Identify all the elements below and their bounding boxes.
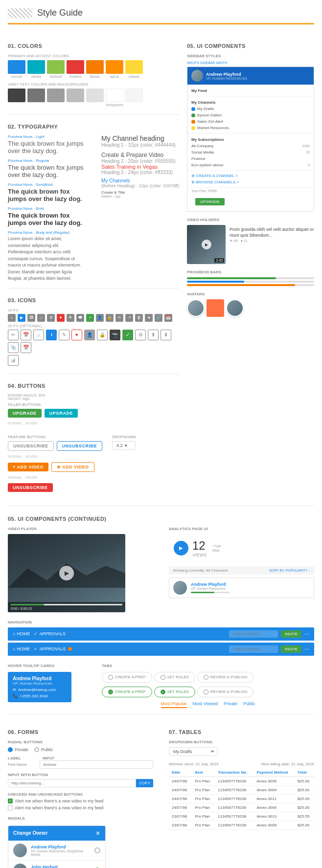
unsubscribe-red-button[interactable]: UNSUBSCRIBE (8, 483, 53, 492)
link-icon: 🔗 (155, 314, 162, 322)
cell-tx-5: 1134567778238 (215, 812, 253, 821)
modal-close-button[interactable]: ✕ (95, 830, 100, 837)
modal-radio-1[interactable] (94, 847, 100, 853)
sidebar-width-label: DROPS SIDEBAR WIDTH (187, 61, 314, 65)
video-progress-bar[interactable] (11, 604, 122, 605)
tooltip-tabs-layout: HOVER TOOLTIP CARDS Andrew Playford VP. … (8, 664, 314, 708)
tab-nav-private[interactable]: Private (224, 701, 237, 708)
checkbox-2[interactable] (8, 805, 13, 810)
radio-public[interactable]: Public (34, 747, 53, 752)
approvals-nav-icon-2: ✓ (34, 646, 38, 651)
video-play-button[interactable]: ▶ (59, 566, 74, 580)
icons-32px-grid: ✏ 📅 ⌕ ℹ ✎ ♥ 👤 🔒 📷 ✓ ⚙ ⬆ ⬇ 📎 📅 (8, 330, 179, 353)
sidebar-my-feed: My Feed (191, 89, 310, 93)
edit-icon: ✏ (115, 314, 123, 322)
search-outline-icon: ⌕ (33, 330, 44, 340)
url-input[interactable] (8, 779, 136, 787)
tab-circle-1 (108, 675, 113, 680)
tab-circle-3 (204, 675, 208, 680)
video-player-demo: ▶ 0:00 / 3:00:15 (8, 534, 125, 612)
add-video-button[interactable]: + ADD VIDEO (8, 463, 48, 471)
forms-section-title: 06. FORMS (8, 729, 153, 735)
normal-state-label2: NORMAL (8, 455, 23, 458)
tab-review-publish-inactive[interactable]: REVIEW & PUBLISH (197, 687, 254, 697)
user-row-demo: Andrew Playford VP, Human Resources (169, 578, 314, 598)
home-icon: ⌂ (8, 314, 16, 322)
radio-private[interactable]: Private (8, 747, 28, 752)
nav-right-section-2: INVITE ··· (229, 645, 309, 653)
play-icon: ▶ (179, 545, 183, 551)
heart-outline-icon: ♥ (71, 330, 82, 340)
add-video-outline-button[interactable]: ⊕ ADD VIDEO (51, 462, 94, 472)
tab-set-rules[interactable]: SET RULES (154, 672, 195, 683)
tab-create-prep[interactable]: CREATE A PREP (102, 672, 152, 683)
upgrade-button-teal[interactable]: UPGRADE (45, 409, 78, 418)
browse-channels-button[interactable]: ⊕ BROWSE CHANNELS > (191, 179, 310, 185)
color-swatch (27, 89, 45, 102)
cell-tx-1: 1134557778238 (215, 777, 253, 785)
dropdown-group: DROPDOWN 4.2 ▾ (112, 435, 136, 458)
tab-label-1: CREATE A PREP (115, 675, 146, 679)
nav-search-input[interactable] (229, 630, 278, 638)
filled-buttons-label: FILLED BUTTONS (8, 402, 78, 407)
list-item: Social Media 22 (191, 149, 310, 156)
tab-nav-most-popular[interactable]: Most Popular (161, 701, 187, 708)
lock-icon: 🔒 (106, 314, 114, 322)
nav-home[interactable]: ⌂ HOME (13, 631, 30, 636)
list-item: Sales Girl Alert (191, 118, 310, 125)
modal-user-2: John Herheit VP, Human Resources, DropSh… (8, 861, 105, 868)
tab-set-rules-active[interactable]: ✓ SET RULES (154, 687, 195, 697)
upgrade-button-green[interactable]: UPGRADE (8, 409, 42, 418)
channel-heading-3-sub: Heading 3 - 24px (color: #ff3333) (101, 170, 179, 175)
tab-review-publish[interactable]: REVIEW & PUBLISH (197, 672, 254, 683)
nav-invite-button[interactable]: INVITE (281, 630, 301, 638)
create-channel-button[interactable]: ⊕ CREATE A CHANNEL > (191, 173, 310, 179)
play-button[interactable]: ▶ (202, 240, 211, 249)
unsubscribe-button-blue[interactable]: UNSUBSCRIBE (57, 441, 103, 451)
dropdown-demo[interactable]: 4.2 ▾ (112, 441, 136, 450)
cell-date-2: 24/07/98 (169, 785, 192, 794)
tooltip-user-role: VP. Human Resources (13, 681, 67, 686)
nav-approvals[interactable]: ✓ APPROVALS (34, 631, 66, 636)
tab-create-prep-active[interactable]: ✓ CREATE A PREP (102, 687, 152, 697)
unsubscribe-button-outline[interactable]: UNSUBSCRIBE (8, 441, 54, 451)
info-icon: ℹ (46, 330, 57, 340)
cell-tx-3: 1134567778238 (215, 794, 253, 803)
nav-more-icon-2[interactable]: ··· (304, 645, 309, 652)
upgrade-sidebar-button[interactable]: UPGRADE (195, 198, 225, 205)
nav-approvals-2[interactable]: ✓ APPROVALS ! (34, 646, 72, 651)
cell-payment-6: Amex-3009 (253, 821, 295, 829)
next-billing-label: Next billing date: 21 July, 2016 (261, 762, 314, 766)
color-swatch (27, 60, 45, 74)
swatch-white: transparent (106, 89, 123, 107)
modal-user-1-role: VP, Human Resources, DropShine Media (31, 849, 91, 856)
nav-more-icon[interactable]: ··· (304, 630, 309, 637)
sidebar-plan-label: Your Plan: FREE (187, 188, 314, 194)
left-column: 01. COLORS PRIMARY AND ACCENT COLORS cor… (8, 34, 179, 500)
calendar-icon: 📅 (164, 314, 172, 322)
table-row: 23/07/98 Pro Plan 1134567778238 Amex-300… (169, 821, 314, 829)
video-holders-title: VIDEO HOLDERS (187, 218, 314, 222)
channel-name-2: Epsom Dalton (197, 113, 222, 117)
video-duration: 2:45 (214, 258, 224, 263)
channel-heading-2-sub: Heading 2 - 20px (color: #555555) (101, 158, 179, 164)
copy-button[interactable]: COPY (136, 779, 153, 787)
checkbox-1[interactable]: ✓ (8, 799, 13, 803)
typo-light-label: Proxima Nova - Light (8, 134, 84, 139)
search-icon: ⌕ (37, 314, 45, 322)
channel-dot-blue (191, 107, 195, 111)
nav-home-2[interactable]: ⌂ HOME (13, 646, 30, 651)
nav-search-input-2[interactable] (229, 645, 278, 653)
first-name-label: First Name (8, 762, 35, 767)
first-name-input[interactable] (40, 760, 153, 769)
tab-nav-public[interactable]: Public (243, 701, 255, 708)
dropdown-value: 4.2 (116, 443, 123, 448)
sidebar-user-name: Andrew Playford (206, 72, 247, 77)
video-time: 0:00 / 3:00:15 (11, 607, 122, 610)
swatch-mid (47, 89, 65, 107)
nav-invite-button-2[interactable]: INVITE (281, 645, 301, 653)
dropdown-select[interactable]: My Drafts All Channels My Feed (169, 747, 218, 756)
tab-nav-most-viewed[interactable]: Most Viewed (193, 701, 218, 708)
channel-heading-3: Sales Training in Vegas (101, 164, 179, 170)
modal-user-1-text: Andrew Playford VP, Human Resources, Dro… (31, 845, 91, 856)
